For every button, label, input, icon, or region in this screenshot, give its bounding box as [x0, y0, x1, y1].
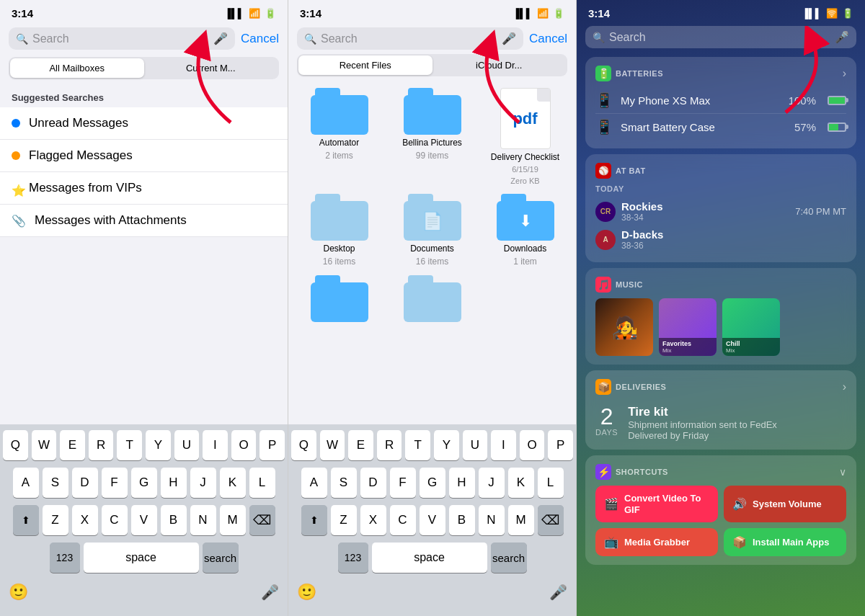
- key2-Z[interactable]: Z: [331, 505, 357, 535]
- key-A[interactable]: A: [13, 468, 39, 498]
- space-key-1[interactable]: space: [84, 543, 199, 573]
- shift-key-2[interactable]: ⬆: [301, 505, 327, 535]
- suggestion-attachments[interactable]: 📎 Messages with Attachments: [0, 205, 288, 237]
- num-key-1[interactable]: 123: [50, 543, 80, 573]
- key2-D[interactable]: D: [360, 468, 386, 498]
- spotlight-search-input[interactable]: 🔍 Search 🎤: [585, 26, 856, 48]
- key-G[interactable]: G: [131, 468, 157, 498]
- all-mailboxes-tab[interactable]: All Mailboxes: [10, 58, 144, 78]
- space-key-2[interactable]: space: [372, 543, 487, 573]
- key2-U[interactable]: U: [463, 430, 488, 460]
- shortcut-media-grabber[interactable]: 📺 Media Grabber: [595, 528, 718, 556]
- key-S[interactable]: S: [43, 468, 68, 498]
- key-L[interactable]: L: [249, 468, 275, 498]
- shortcut-install-apps[interactable]: 📦 Install Main Apps: [724, 528, 846, 556]
- shortcut-system-volume[interactable]: 🔊 System Volume: [724, 486, 846, 522]
- key-W[interactable]: W: [32, 430, 57, 460]
- key-Q[interactable]: Q: [3, 430, 28, 460]
- delete-key-1[interactable]: ⌫: [249, 505, 275, 535]
- search-key-1[interactable]: search: [203, 543, 239, 573]
- key-X[interactable]: X: [72, 505, 98, 535]
- key2-X[interactable]: X: [360, 505, 386, 535]
- key2-M[interactable]: M: [508, 505, 534, 535]
- key-V[interactable]: V: [131, 505, 157, 535]
- key2-H[interactable]: H: [449, 468, 475, 498]
- recent-files-tab[interactable]: Recent Files: [298, 55, 432, 75]
- mic-icon-3[interactable]: 🎤: [835, 30, 849, 44]
- key2-Q[interactable]: Q: [291, 430, 316, 460]
- key-F[interactable]: F: [102, 468, 128, 498]
- deliveries-chevron-icon[interactable]: ›: [843, 380, 846, 393]
- music-chill[interactable]: Chill Mix: [722, 298, 780, 356]
- key2-J[interactable]: J: [479, 468, 505, 498]
- files-cancel-button[interactable]: Cancel: [529, 32, 567, 46]
- music-album-art[interactable]: 🧑‍🎤: [595, 298, 653, 356]
- key-U[interactable]: U: [174, 430, 200, 460]
- music-favorites[interactable]: Favorites Mix: [659, 298, 717, 356]
- icloud-drive-tab[interactable]: iCloud Dr...: [432, 55, 567, 75]
- suggestion-unread[interactable]: Unread Messages: [0, 107, 288, 140]
- suggestion-vips[interactable]: ⭐ Messages from VIPs: [0, 172, 288, 205]
- key-T[interactable]: T: [117, 430, 142, 460]
- key-H[interactable]: H: [161, 468, 187, 498]
- key-R[interactable]: R: [89, 430, 114, 460]
- key-K[interactable]: K: [220, 468, 246, 498]
- key2-T[interactable]: T: [405, 430, 430, 460]
- mic-key-2[interactable]: 🎤: [549, 584, 567, 601]
- files-search-input[interactable]: 🔍 Search 🎤: [297, 27, 523, 50]
- key-N[interactable]: N: [190, 505, 216, 535]
- shortcuts-chevron-down-icon[interactable]: ∨: [839, 466, 846, 478]
- key-M[interactable]: M: [220, 505, 246, 535]
- shift-key-1[interactable]: ⬆: [13, 505, 39, 535]
- mic-icon-2[interactable]: 🎤: [502, 32, 516, 45]
- key-P[interactable]: P: [260, 430, 285, 460]
- key-D[interactable]: D: [72, 468, 98, 498]
- key-Z[interactable]: Z: [43, 505, 68, 535]
- key2-W[interactable]: W: [320, 430, 345, 460]
- folder-partial-1[interactable]: [297, 275, 381, 322]
- key-E[interactable]: E: [60, 430, 85, 460]
- key2-K[interactable]: K: [508, 468, 534, 498]
- key2-P[interactable]: P: [548, 430, 573, 460]
- num-key-2[interactable]: 123: [338, 543, 368, 573]
- key2-C[interactable]: C: [390, 505, 416, 535]
- key2-Y[interactable]: Y: [434, 430, 459, 460]
- mic-key-1[interactable]: 🎤: [261, 584, 279, 601]
- key-Y[interactable]: Y: [146, 430, 171, 460]
- key2-S[interactable]: S: [331, 468, 357, 498]
- key-B[interactable]: B: [161, 505, 187, 535]
- search-key-2[interactable]: search: [491, 543, 527, 573]
- batteries-chevron-icon[interactable]: ›: [843, 67, 846, 80]
- suggestion-flagged[interactable]: Flagged Messages: [0, 140, 288, 172]
- key2-E[interactable]: E: [348, 430, 373, 460]
- key2-I[interactable]: I: [491, 430, 516, 460]
- key-C[interactable]: C: [102, 505, 128, 535]
- delete-key-2[interactable]: ⌫: [538, 505, 564, 535]
- key2-A[interactable]: A: [301, 468, 327, 498]
- mail-search-input[interactable]: 🔍 Search 🎤: [9, 27, 235, 50]
- emoji-key-1[interactable]: 🙂: [9, 583, 28, 602]
- key2-B[interactable]: B: [449, 505, 475, 535]
- key-J[interactable]: J: [190, 468, 216, 498]
- folder-documents[interactable]: 📄 Documents 16 items: [390, 194, 474, 267]
- mail-cancel-button[interactable]: Cancel: [241, 32, 279, 46]
- key2-O[interactable]: O: [520, 430, 545, 460]
- current-mailbox-tab[interactable]: Current M...: [144, 58, 278, 78]
- key-O[interactable]: O: [231, 430, 257, 460]
- key2-N[interactable]: N: [479, 505, 505, 535]
- folder-automator[interactable]: Automator 2 items: [297, 88, 381, 185]
- folder-bellina[interactable]: Bellina Pictures 99 items: [390, 88, 474, 185]
- shortcut-convert-gif[interactable]: 🎬 Convert Video To GIF: [595, 486, 718, 522]
- key2-L[interactable]: L: [538, 468, 564, 498]
- mic-icon-1[interactable]: 🎤: [213, 32, 228, 45]
- emoji-key-2[interactable]: 🙂: [297, 583, 316, 602]
- key2-F[interactable]: F: [390, 468, 416, 498]
- key2-G[interactable]: G: [420, 468, 445, 498]
- key2-R[interactable]: R: [377, 430, 402, 460]
- folder-partial-2[interactable]: [390, 275, 474, 322]
- file-delivery[interactable]: pdf Delivery Checklist 6/15/19 Zero KB: [483, 88, 567, 185]
- key2-V[interactable]: V: [420, 505, 445, 535]
- folder-desktop[interactable]: Desktop 16 items: [297, 194, 381, 267]
- key-I[interactable]: I: [203, 430, 228, 460]
- folder-downloads[interactable]: ⬇ Downloads 1 item: [483, 194, 567, 267]
